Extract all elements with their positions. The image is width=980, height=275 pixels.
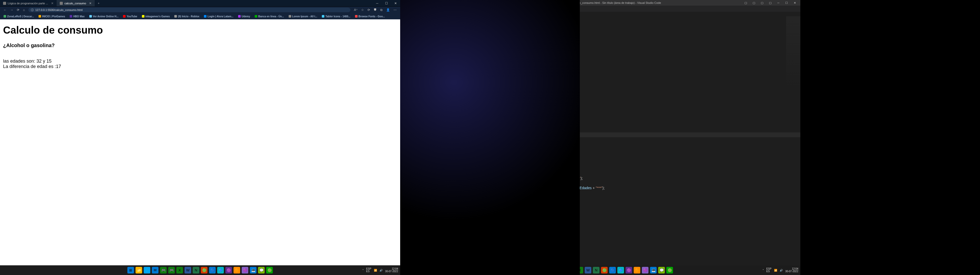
bookmark-item[interactable]: Banca en línea - Ún... bbox=[255, 15, 284, 18]
close-button[interactable]: ✕ bbox=[391, 2, 400, 5]
bookmarks-bar: ZonaLeRoS | Descar... INICIO | PixiGames… bbox=[0, 13, 400, 19]
page-output-line: las edades son: 32 y 15 bbox=[3, 58, 397, 64]
taskbar-app[interactable]: X bbox=[177, 267, 183, 273]
profile-icon[interactable]: 👤 bbox=[386, 8, 390, 12]
bookmark-item[interactable]: ZonaLeRoS | Descar... bbox=[3, 15, 34, 18]
tab-favicon bbox=[60, 2, 63, 5]
browser-toolbar: ← → ⟳ ⌂ ⓘ 127.0.0.1:5500/calculo_consumo… bbox=[0, 6, 400, 13]
reader-icon[interactable]: A⁺ bbox=[354, 8, 358, 12]
taskbar-app[interactable]: 🟢 bbox=[201, 267, 207, 273]
taskbar-app[interactable]: ⊞ bbox=[127, 267, 134, 273]
taskbar-app[interactable]: 📁 bbox=[135, 267, 142, 273]
browser-tab-active[interactable]: calculo_consumo ✕ bbox=[57, 0, 95, 6]
bookmark-item[interactable]: Browse Fonts - Goo... bbox=[355, 15, 385, 18]
tray-volume-icon[interactable]: 🔊 bbox=[780, 269, 783, 272]
taskbar-app[interactable]: 🟢 bbox=[266, 267, 273, 273]
tray-network-icon[interactable]: 📶 bbox=[774, 269, 777, 272]
tray-lang[interactable]: ESP ES bbox=[366, 268, 371, 273]
page-output-line: La diferencia de edad es :17 bbox=[3, 64, 397, 69]
rendered-page: Calculo de consumo ¿Alcohol o gasolina? … bbox=[0, 19, 400, 275]
taskbar-app[interactable]: 🟢 bbox=[601, 267, 608, 273]
tab-title: Lógica de programación parte ... bbox=[8, 2, 48, 5]
tray-volume-icon[interactable]: 🔊 bbox=[380, 269, 383, 272]
taskbar-app[interactable]: ✉ bbox=[152, 267, 159, 273]
bookmark-item[interactable]: Lorem Ipsum - All t... bbox=[289, 15, 318, 18]
taskbar-app[interactable]: N bbox=[593, 267, 600, 273]
taskbar-app[interactable]: 🎮 bbox=[160, 267, 167, 273]
taskbar-app[interactable]: 🟣 bbox=[642, 267, 649, 273]
url-text: 127.0.0.1:5500/calculo_consumo.html bbox=[35, 8, 83, 11]
layout-icon[interactable]: ▢ bbox=[750, 1, 757, 5]
tray-chevron-icon[interactable]: ˄ bbox=[762, 269, 764, 272]
desktop-wallpaper bbox=[400, 0, 580, 275]
minimap[interactable] bbox=[786, 16, 800, 88]
tab-title: calculo_consumo bbox=[64, 2, 86, 5]
tray-network-icon[interactable]: 📶 bbox=[374, 269, 377, 272]
refresh-icon[interactable]: ⟳ bbox=[17, 8, 19, 12]
layout-icon[interactable]: ▢ bbox=[759, 1, 765, 5]
taskbar-app[interactable]: W bbox=[185, 267, 191, 273]
layout-icon[interactable]: ▢ bbox=[742, 1, 749, 5]
taskbar-app[interactable]: 🟣 bbox=[625, 267, 632, 273]
tab-close-icon[interactable]: ✕ bbox=[51, 2, 54, 5]
home-icon[interactable]: ⌂ bbox=[23, 8, 25, 12]
taskbar-app[interactable]: 💬 bbox=[258, 267, 265, 273]
taskbar-app[interactable]: N bbox=[192, 267, 199, 273]
system-tray: ˄ESP ES📶🔊12:04 30-07-2022 bbox=[762, 268, 798, 273]
tray-clock[interactable]: 12:04 30-07-2022 bbox=[385, 268, 398, 273]
taskbar-app[interactable]: 🔵 bbox=[609, 267, 616, 273]
window-controls: ▢ ▢ ▢ ▢ ─ ☐ ✕ bbox=[742, 1, 798, 5]
bookmark-item[interactable]: Tabler Icons - 1400... bbox=[322, 15, 350, 18]
taskbar-app[interactable]: 🔷 bbox=[217, 267, 224, 273]
taskbar-app[interactable]: 🟢 bbox=[667, 267, 673, 273]
bookmark-item[interactable]: Ver Anime Online H... bbox=[89, 15, 119, 18]
forward-icon[interactable]: → bbox=[10, 8, 13, 12]
tab-close-icon[interactable]: ✕ bbox=[89, 2, 92, 5]
bookmark-item[interactable]: HBO Max bbox=[70, 15, 84, 18]
shield-icon[interactable]: ⛊ bbox=[374, 8, 377, 12]
browser-tabstrip: Lógica de programación parte ... ✕ calcu… bbox=[0, 0, 400, 6]
page-h3: ¿Alcohol o gasolina? bbox=[3, 43, 397, 48]
window-controls: ─ ☐ ✕ bbox=[372, 0, 400, 6]
bookmark-item[interactable]: (9) Inicio - Roblox bbox=[174, 15, 199, 18]
tray-chevron-icon[interactable]: ˄ bbox=[363, 269, 364, 272]
taskbar-app[interactable]: 🔷 bbox=[617, 267, 624, 273]
taskbar-app[interactable]: 🟠 bbox=[634, 267, 640, 273]
minimize-button[interactable]: ─ bbox=[372, 2, 382, 5]
bookmark-item[interactable]: inkagames's Games bbox=[142, 15, 170, 18]
taskbar-left-monitor: ⊞📁🌐✉🎮🎮XWN🟢🔵🔷🟣🟠🟣💻💬🟢˄ESP ES📶🔊12:04 30-07-2… bbox=[0, 266, 400, 275]
edge-browser: Lógica de programación parte ... ✕ calcu… bbox=[0, 0, 400, 275]
favorite-icon[interactable]: ☆ bbox=[361, 8, 364, 12]
address-bar[interactable]: ⓘ 127.0.0.1:5500/calculo_consumo.html bbox=[28, 8, 350, 12]
page-h1: Calculo de consumo bbox=[3, 24, 397, 36]
bookmark-item[interactable]: INICIO | PixiGames bbox=[38, 15, 65, 18]
taskbar-app[interactable]: 🟣 bbox=[225, 267, 232, 273]
menu-icon[interactable]: ⋯ bbox=[393, 8, 396, 12]
taskbar-app[interactable]: 🟣 bbox=[242, 267, 248, 273]
system-tray: ˄ESP ES📶🔊12:04 30-07-2022 bbox=[363, 268, 398, 273]
minimize-button[interactable]: ─ bbox=[775, 1, 782, 4]
tray-clock[interactable]: 12:04 30-07-2022 bbox=[785, 268, 798, 273]
taskbar-app[interactable]: 💬 bbox=[658, 267, 665, 273]
tab-favicon bbox=[3, 2, 6, 5]
maximize-button[interactable]: ☐ bbox=[382, 2, 391, 5]
taskbar-app[interactable]: 🔵 bbox=[209, 267, 216, 273]
new-tab-button[interactable]: ＋ bbox=[95, 0, 103, 6]
taskbar-app[interactable]: 🎮 bbox=[168, 267, 175, 273]
taskbar-app[interactable]: 💻 bbox=[250, 267, 256, 273]
taskbar-app[interactable]: 💻 bbox=[650, 267, 657, 273]
close-button[interactable]: ✕ bbox=[791, 1, 798, 5]
browser-tab[interactable]: Lógica de programación parte ... ✕ bbox=[0, 0, 57, 6]
taskbar-app[interactable]: 🌐 bbox=[144, 267, 150, 273]
bookmark-item[interactable]: Udemy bbox=[238, 15, 250, 18]
layout-icon[interactable]: ▢ bbox=[767, 1, 774, 5]
taskbar-app[interactable]: W bbox=[585, 267, 591, 273]
back-icon[interactable]: ← bbox=[3, 8, 6, 12]
taskbar-app[interactable]: 🟠 bbox=[234, 267, 240, 273]
sync-icon[interactable]: ⟳ bbox=[368, 8, 370, 12]
bookmark-item[interactable]: Login | Alura Latam... bbox=[204, 15, 233, 18]
bookmark-item[interactable]: YouTube bbox=[123, 15, 137, 18]
collection-icon[interactable]: ⧉ bbox=[380, 8, 383, 12]
tray-lang[interactable]: ESP ES bbox=[767, 268, 772, 273]
maximize-button[interactable]: ☐ bbox=[783, 1, 790, 5]
